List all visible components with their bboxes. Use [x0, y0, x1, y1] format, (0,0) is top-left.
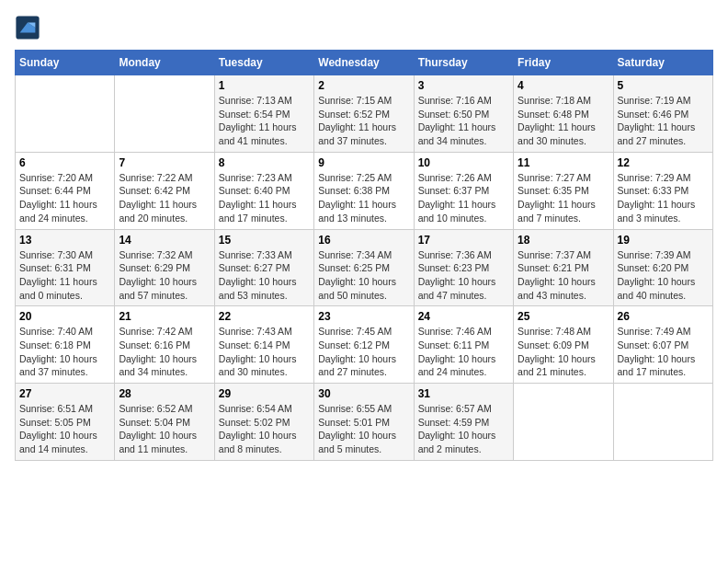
day-info: Sunrise: 7:36 AMSunset: 6:23 PMDaylight:…: [418, 248, 509, 303]
day-number: 13: [19, 234, 110, 247]
day-info: Sunrise: 7:29 AMSunset: 6:33 PMDaylight:…: [618, 171, 709, 225]
calendar-cell: 7Sunrise: 7:22 AMSunset: 6:42 PMDaylight…: [115, 152, 214, 229]
day-info: Sunrise: 6:51 AMSunset: 5:05 PMDaylight:…: [19, 402, 110, 456]
calendar-cell: 28Sunrise: 6:52 AMSunset: 5:04 PMDayligh…: [115, 384, 214, 461]
calendar-week-row: 1Sunrise: 7:13 AMSunset: 6:54 PMDaylight…: [16, 75, 713, 153]
calendar-cell: 14Sunrise: 7:32 AMSunset: 6:29 PMDayligh…: [115, 229, 214, 306]
day-header-wednesday: Wednesday: [314, 51, 414, 75]
calendar-cell: 9Sunrise: 7:25 AMSunset: 6:38 PMDaylight…: [314, 152, 414, 229]
calendar-cell: 4Sunrise: 7:18 AMSunset: 6:48 PMDaylight…: [514, 75, 613, 153]
day-number: 10: [418, 156, 509, 169]
day-number: 28: [119, 387, 210, 400]
day-number: 26: [618, 310, 709, 323]
day-number: 29: [219, 387, 310, 400]
day-number: 15: [219, 234, 310, 247]
day-number: 9: [318, 156, 409, 169]
day-info: Sunrise: 7:45 AMSunset: 6:12 PMDaylight:…: [318, 325, 409, 379]
day-number: 24: [418, 310, 509, 323]
calendar-cell: [16, 75, 115, 153]
day-number: 12: [618, 156, 709, 169]
day-number: 5: [618, 79, 709, 92]
day-number: 3: [418, 79, 509, 92]
day-number: 1: [219, 79, 310, 92]
logo-icon: [15, 15, 40, 40]
calendar-cell: 25Sunrise: 7:48 AMSunset: 6:09 PMDayligh…: [514, 306, 613, 384]
day-number: 11: [518, 156, 609, 169]
calendar-cell: 13Sunrise: 7:30 AMSunset: 6:31 PMDayligh…: [16, 229, 115, 306]
day-info: Sunrise: 7:26 AMSunset: 6:37 PMDaylight:…: [418, 171, 509, 225]
calendar-cell: 27Sunrise: 6:51 AMSunset: 5:05 PMDayligh…: [16, 384, 115, 461]
calendar-cell: 11Sunrise: 7:27 AMSunset: 6:35 PMDayligh…: [514, 152, 613, 229]
day-number: 17: [418, 234, 509, 247]
calendar-week-row: 27Sunrise: 6:51 AMSunset: 5:05 PMDayligh…: [16, 384, 713, 461]
calendar-cell: 12Sunrise: 7:29 AMSunset: 6:33 PMDayligh…: [613, 152, 712, 229]
calendar-cell: 30Sunrise: 6:55 AMSunset: 5:01 PMDayligh…: [314, 384, 414, 461]
day-number: 2: [318, 79, 409, 92]
day-info: Sunrise: 7:25 AMSunset: 6:38 PMDaylight:…: [318, 171, 409, 225]
day-info: Sunrise: 7:40 AMSunset: 6:18 PMDaylight:…: [19, 325, 110, 379]
day-number: 6: [19, 156, 110, 169]
day-info: Sunrise: 7:42 AMSunset: 6:16 PMDaylight:…: [119, 325, 210, 379]
calendar-cell: 18Sunrise: 7:37 AMSunset: 6:21 PMDayligh…: [514, 229, 613, 306]
calendar-cell: 1Sunrise: 7:13 AMSunset: 6:54 PMDaylight…: [214, 75, 313, 153]
page-header: [15, 15, 713, 40]
calendar-cell: 3Sunrise: 7:16 AMSunset: 6:50 PMDaylight…: [414, 75, 513, 153]
day-header-sunday: Sunday: [16, 51, 115, 75]
day-info: Sunrise: 7:15 AMSunset: 6:52 PMDaylight:…: [318, 94, 409, 148]
calendar-week-row: 20Sunrise: 7:40 AMSunset: 6:18 PMDayligh…: [16, 306, 713, 384]
day-number: 23: [318, 310, 409, 323]
calendar-cell: 21Sunrise: 7:42 AMSunset: 6:16 PMDayligh…: [115, 306, 214, 384]
calendar-cell: 16Sunrise: 7:34 AMSunset: 6:25 PMDayligh…: [314, 229, 414, 306]
day-info: Sunrise: 7:34 AMSunset: 6:25 PMDaylight:…: [318, 248, 409, 303]
day-info: Sunrise: 6:52 AMSunset: 5:04 PMDaylight:…: [119, 402, 210, 456]
day-info: Sunrise: 7:23 AMSunset: 6:40 PMDaylight:…: [219, 171, 310, 225]
logo: [15, 15, 42, 40]
day-header-thursday: Thursday: [414, 51, 513, 75]
day-info: Sunrise: 7:33 AMSunset: 6:27 PMDaylight:…: [219, 248, 310, 303]
day-number: 7: [119, 156, 210, 169]
calendar-cell: 22Sunrise: 7:43 AMSunset: 6:14 PMDayligh…: [214, 306, 313, 384]
calendar-cell: [613, 384, 712, 461]
calendar-cell: 10Sunrise: 7:26 AMSunset: 6:37 PMDayligh…: [414, 152, 513, 229]
day-info: Sunrise: 7:32 AMSunset: 6:29 PMDaylight:…: [119, 248, 210, 303]
day-info: Sunrise: 7:48 AMSunset: 6:09 PMDaylight:…: [518, 325, 609, 379]
calendar-cell: 26Sunrise: 7:49 AMSunset: 6:07 PMDayligh…: [613, 306, 712, 384]
day-info: Sunrise: 7:22 AMSunset: 6:42 PMDaylight:…: [119, 171, 210, 225]
day-number: 25: [518, 310, 609, 323]
day-header-monday: Monday: [115, 51, 214, 75]
calendar-cell: 8Sunrise: 7:23 AMSunset: 6:40 PMDaylight…: [214, 152, 313, 229]
day-number: 27: [19, 387, 110, 400]
calendar-cell: 17Sunrise: 7:36 AMSunset: 6:23 PMDayligh…: [414, 229, 513, 306]
calendar-cell: 29Sunrise: 6:54 AMSunset: 5:02 PMDayligh…: [214, 384, 313, 461]
calendar-cell: 31Sunrise: 6:57 AMSunset: 4:59 PMDayligh…: [414, 384, 513, 461]
day-info: Sunrise: 7:18 AMSunset: 6:48 PMDaylight:…: [518, 94, 609, 148]
day-number: 8: [219, 156, 310, 169]
calendar-cell: 15Sunrise: 7:33 AMSunset: 6:27 PMDayligh…: [214, 229, 313, 306]
day-header-tuesday: Tuesday: [214, 51, 313, 75]
day-info: Sunrise: 6:55 AMSunset: 5:01 PMDaylight:…: [318, 402, 409, 456]
calendar-week-row: 6Sunrise: 7:20 AMSunset: 6:44 PMDaylight…: [16, 152, 713, 229]
day-number: 30: [318, 387, 409, 400]
day-header-friday: Friday: [514, 51, 613, 75]
day-info: Sunrise: 7:30 AMSunset: 6:31 PMDaylight:…: [19, 248, 110, 303]
calendar-cell: [115, 75, 214, 153]
day-number: 14: [119, 234, 210, 247]
day-info: Sunrise: 7:16 AMSunset: 6:50 PMDaylight:…: [418, 94, 509, 148]
day-number: 22: [219, 310, 310, 323]
calendar-cell: 5Sunrise: 7:19 AMSunset: 6:46 PMDaylight…: [613, 75, 712, 153]
day-info: Sunrise: 6:57 AMSunset: 4:59 PMDaylight:…: [418, 402, 509, 456]
calendar-table: SundayMondayTuesdayWednesdayThursdayFrid…: [15, 50, 713, 461]
day-info: Sunrise: 6:54 AMSunset: 5:02 PMDaylight:…: [219, 402, 310, 456]
day-info: Sunrise: 7:39 AMSunset: 6:20 PMDaylight:…: [618, 248, 709, 303]
day-info: Sunrise: 7:19 AMSunset: 6:46 PMDaylight:…: [618, 94, 709, 148]
calendar-cell: 20Sunrise: 7:40 AMSunset: 6:18 PMDayligh…: [16, 306, 115, 384]
calendar-cell: 24Sunrise: 7:46 AMSunset: 6:11 PMDayligh…: [414, 306, 513, 384]
calendar-cell: 6Sunrise: 7:20 AMSunset: 6:44 PMDaylight…: [16, 152, 115, 229]
calendar-cell: [514, 384, 613, 461]
calendar-cell: 23Sunrise: 7:45 AMSunset: 6:12 PMDayligh…: [314, 306, 414, 384]
day-number: 31: [418, 387, 509, 400]
day-info: Sunrise: 7:13 AMSunset: 6:54 PMDaylight:…: [219, 94, 310, 148]
day-number: 19: [618, 234, 709, 247]
day-header-saturday: Saturday: [613, 51, 712, 75]
day-number: 21: [119, 310, 210, 323]
